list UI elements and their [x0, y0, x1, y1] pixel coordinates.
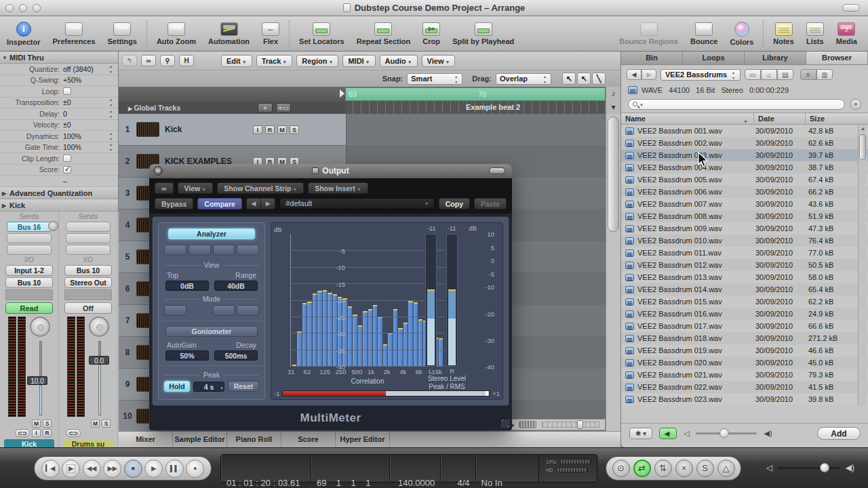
top-value[interactable]: 0dB	[165, 281, 209, 291]
VEE2 Bassdrum 019.wav[interactable]: VEE2 Bassdrum 019.wav 30/09/2010 46.6 kB	[621, 344, 868, 357]
toolbar-button[interactable]: Inspector	[7, 22, 41, 46]
goniometer-button[interactable]: Goniometer	[165, 326, 258, 337]
autogain-value[interactable]: 50%	[165, 350, 209, 361]
toolbar-button[interactable]: Crop	[422, 22, 440, 45]
zoom-slider[interactable]	[542, 422, 599, 428]
toolbar-toggle-pill[interactable]	[842, 4, 860, 12]
VEE2 Bassdrum 003.wav[interactable]: VEE2 Bassdrum 003.wav 30/09/2010 39.7 kB	[621, 149, 868, 161]
toolbar-button[interactable]: Notes	[773, 22, 794, 45]
duplicate-track-button[interactable]: +▭	[276, 103, 291, 113]
send-level-knob[interactable]	[48, 221, 58, 231]
peak-hold-button[interactable]: Hold	[164, 381, 190, 392]
media-tab[interactable]: Bin	[621, 52, 683, 64]
arrange-menu[interactable]: View	[422, 55, 456, 67]
VEE2 Bassdrum 017.wav[interactable]: VEE2 Bassdrum 017.wav 30/09/2010 66.6 kB	[621, 320, 868, 332]
toolbar-button[interactable]: Media	[836, 22, 857, 45]
arrange-menu[interactable]: MIDI	[342, 55, 375, 67]
arrange-menu[interactable]: Track	[256, 55, 293, 67]
peak-reset-button[interactable]: Reset	[228, 381, 259, 392]
stop-button[interactable]: ■	[124, 460, 142, 478]
midi-param-value[interactable]: –	[63, 177, 67, 185]
fader-value[interactable]: 0.0	[89, 356, 109, 365]
project-folder-icon[interactable]: ▤	[777, 69, 793, 80]
midi-param-row[interactable]: Q-Swing:+50%	[0, 75, 118, 87]
channel-select-button[interactable]	[213, 245, 235, 256]
output-slot[interactable]: Stereo Out	[64, 277, 112, 288]
pan-knob[interactable]	[30, 317, 50, 337]
toolbar-button[interactable]: Split by Playhead	[452, 22, 514, 45]
play-button[interactable]: ▶	[144, 460, 163, 478]
solo-button[interactable]: S	[43, 420, 52, 428]
midi-param-value[interactable]: ±0	[63, 121, 71, 129]
editor-tab[interactable]: Piano Roll	[227, 432, 281, 447]
toolbar-button[interactable]: Lists	[806, 22, 824, 45]
automation-mode-button[interactable]: Read	[5, 302, 53, 314]
kick-track-header[interactable]: Kick	[0, 199, 118, 211]
tempo-display[interactable]: 140.0000 131	[390, 455, 441, 482]
send-slot-empty[interactable]	[7, 245, 52, 255]
smpte-time-display[interactable]: 01 : 01 : 20 : 03.61 47 4 1 17.	[221, 455, 311, 482]
midi-param-value[interactable]: 100%	[63, 132, 81, 140]
add-search-criteria-button[interactable]: +	[850, 99, 861, 110]
view-menu[interactable]: View	[178, 182, 214, 194]
VEE2 Bassdrum 006.wav[interactable]: VEE2 Bassdrum 006.wav 30/09/2010 66.2 kB	[621, 186, 868, 198]
group-slot[interactable]	[64, 289, 112, 300]
Kick[interactable]: 1 Kick I R M S	[119, 114, 606, 146]
compare-button[interactable]: Compare	[197, 198, 242, 209]
arrange-menu[interactable]: Region	[296, 55, 338, 67]
VEE2 Bassdrum 022.wav[interactable]: VEE2 Bassdrum 022.wav 30/09/2010 41.5 kB	[621, 381, 868, 393]
editor-tab[interactable]: Mixer	[119, 432, 173, 447]
size-column-header[interactable]: Size	[806, 113, 868, 124]
stepper-icon[interactable]	[109, 144, 114, 150]
midi-param-row[interactable]: Transposition:±0	[0, 98, 118, 109]
add-button[interactable]: Add	[817, 427, 861, 440]
paste-button[interactable]: Paste	[474, 198, 507, 209]
toolbar-button[interactable]: Preferences	[53, 22, 96, 45]
stepper-icon[interactable]	[109, 66, 114, 73]
scroll-thumb[interactable]	[859, 134, 866, 160]
VEE2 Bassdrum 016.wav[interactable]: VEE2 Bassdrum 016.wav 30/09/2010 24.9 kB	[621, 308, 868, 320]
global-tracks-disclosure[interactable]: Global Tracks	[128, 104, 180, 112]
snap-dropdown[interactable]: Smart	[407, 73, 462, 85]
midi-thru-header[interactable]: MIDI Thru	[0, 52, 118, 64]
midi-activity-display[interactable]: No In No Out	[476, 455, 540, 482]
bar-ruler[interactable]: 69 70	[119, 87, 620, 102]
pencil-tool-button[interactable]: ╲	[592, 73, 606, 85]
analyzer-button[interactable]: Analyzer	[168, 228, 255, 239]
ruler-options[interactable]: ♪▾	[606, 87, 620, 114]
VEE2 Bassdrum 008.wav[interactable]: VEE2 Bassdrum 008.wav 30/09/2010 51.9 kB	[621, 210, 868, 222]
VEE2 Bassdrum 013.wav[interactable]: VEE2 Bassdrum 013.wav 30/09/2010 58.0 kB	[621, 271, 868, 283]
midi-param-value[interactable]: 0	[63, 110, 67, 118]
secondary-tool-button[interactable]: ↖	[577, 73, 591, 85]
stepper-icon[interactable]	[109, 99, 114, 106]
position-display[interactable]: 69 1 1 1 71 1 1 1	[311, 455, 390, 482]
close-icon[interactable]: ✕	[153, 166, 163, 176]
chain-link-button[interactable]: ∞	[155, 182, 174, 194]
cycle-button[interactable]: ⇄	[633, 460, 651, 477]
marker-lane[interactable]: Example beat 2	[345, 102, 606, 114]
forward-button[interactable]: ▶▶	[103, 460, 121, 478]
VEE2 Bassdrum 010.wav[interactable]: VEE2 Bassdrum 010.wav 30/09/2010 76.4 kB	[621, 235, 868, 247]
send-slot-empty[interactable]	[66, 222, 111, 232]
stereo-format-button[interactable]: ⊂⊃	[66, 429, 81, 437]
solo-button[interactable]: S	[696, 460, 714, 477]
media-tab[interactable]: Loops	[683, 52, 745, 64]
output-slot[interactable]: Bus 10	[5, 277, 53, 288]
VEE2 Bassdrum 007.wav[interactable]: VEE2 Bassdrum 007.wav 30/09/2010 43.6 kB	[621, 198, 868, 210]
channel-select-button[interactable]	[237, 245, 259, 256]
midi-param-row[interactable]: Velocity:±0	[0, 120, 118, 131]
midi-param-checkbox[interactable]	[63, 166, 71, 174]
tuner-button[interactable]: ⊙	[612, 460, 630, 477]
hide-tracks-button[interactable]: H	[179, 55, 194, 66]
midi-param-row[interactable]: Clip Length:	[0, 153, 118, 165]
computer-icon[interactable]: ▭	[745, 69, 761, 80]
input-monitor-button[interactable]: I	[32, 429, 41, 437]
catch-playhead-icon[interactable]: ⚲	[160, 55, 175, 66]
autopunch-button[interactable]: ⇅	[654, 460, 672, 477]
home-icon[interactable]: ⌂	[761, 69, 777, 80]
midi-param-row[interactable]: Loop:	[0, 86, 118, 98]
track-input-monitor-button[interactable]: I	[253, 125, 262, 134]
editor-tab[interactable]: Sample Editor	[173, 432, 227, 447]
toolbar-button[interactable]: Bounce	[690, 22, 717, 45]
input-slot[interactable]: Bus 10	[64, 265, 112, 276]
